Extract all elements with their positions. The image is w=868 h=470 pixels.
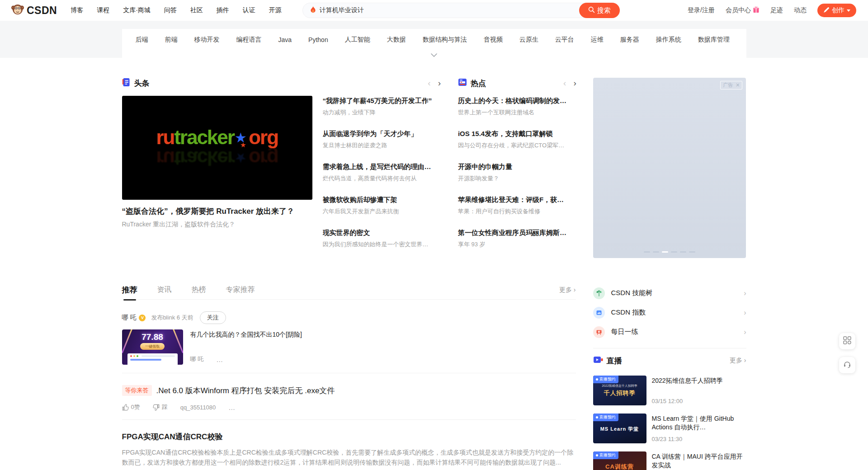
feature-story[interactable]: rutracker★★org rutracker★org “盗版合法化”，俄罗斯… xyxy=(122,96,312,262)
carousel-dot[interactable] xyxy=(644,251,650,253)
carousel-dot[interactable] xyxy=(671,251,677,253)
feature-title[interactable]: “盗版合法化”，俄罗斯要把 RuTracker 放出来了？ xyxy=(122,206,312,216)
cat-database[interactable]: 数据库管理 xyxy=(698,36,730,44)
cat-cloudplatform[interactable]: 云平台 xyxy=(555,36,574,44)
cat-devops[interactable]: 运维 xyxy=(591,36,604,44)
post-promo-image[interactable]: 77.88 一键领取 xyxy=(122,329,183,365)
carousel-dot[interactable] xyxy=(689,251,695,253)
category-expand-toggle[interactable] xyxy=(122,51,746,58)
follow-button[interactable]: 关注 xyxy=(200,311,226,324)
hotspot-item[interactable]: 第一位女性商业程序员玛丽库姆斯… 享年 93 岁 xyxy=(458,229,576,249)
ad-close-icon[interactable]: ✕ xyxy=(736,82,740,88)
cat-os[interactable]: 操作系统 xyxy=(656,36,681,44)
search-button[interactable]: 搜索 xyxy=(579,3,620,18)
customer-service-button[interactable] xyxy=(839,357,855,373)
nav-blog[interactable]: 博客 xyxy=(71,6,83,14)
feed-post-question[interactable]: 等你来答 .Net 6.0 版本Winform 程序打包 安装完后无 .exe文… xyxy=(122,373,576,420)
post-author[interactable]: 哪 吒 xyxy=(122,314,137,322)
search-current-query[interactable]: 计算机毕业设计 xyxy=(310,6,364,15)
sidebar-item-skill-tree[interactable]: CSDN 技能树 › xyxy=(593,283,746,303)
vip-center-link[interactable]: 会员中心 xyxy=(726,6,760,14)
dislike-button[interactable]: 踩 xyxy=(153,403,168,411)
nav-qa[interactable]: 问答 xyxy=(164,6,177,14)
login-register-link[interactable]: 登录/注册 xyxy=(688,6,715,14)
carousel-dot[interactable] xyxy=(680,251,686,253)
question-title[interactable]: .Net 6.0 版本Winform 程序打包 安装完后无 .exe文件 xyxy=(156,385,335,396)
search-bar[interactable]: 计算机毕业设计 搜索 xyxy=(302,3,620,18)
nav-courses[interactable]: 课程 xyxy=(97,6,109,14)
cat-ai[interactable]: 人工智能 xyxy=(345,36,370,44)
live-item[interactable]: 直播预约 CA训练营 CA 训练营｜MAUI 跨平台应用开发实战 xyxy=(593,451,746,470)
moments-link[interactable]: 动态 xyxy=(794,6,807,14)
cat-audiovideo[interactable]: 音视频 xyxy=(484,36,503,44)
headline-item[interactable]: 被微软收购后却惨遭下架 六年后我又开发新产品来抗衡 xyxy=(323,196,441,216)
question-author[interactable]: qq_35511080 xyxy=(180,404,216,411)
mini-app-button[interactable] xyxy=(839,333,855,349)
headline-item[interactable]: 需求着急上线，是写烂代码的理由… 烂代码当道，高质量代码将何去何从 xyxy=(323,163,441,183)
hotspot-item[interactable]: 历史上的今天：格状编码调制的发… 世界上第一个互联网注册域名 xyxy=(458,97,576,117)
live-item-title[interactable]: MS Learn 学堂｜使用 GitHub Actions 自动执行… xyxy=(652,414,746,432)
hotspot-item-title[interactable]: 第一位女性商业程序员玛丽库姆斯… xyxy=(458,229,576,237)
hotspot-item[interactable]: iOS 15.4发布，支持戴口罩解锁 因与公司存在分歧，寒武纪原CTO梁军… xyxy=(458,130,576,150)
live-item[interactable]: 直播预约 MS Learn 学堂 MS Learn 学堂｜使用 GitHub A… xyxy=(593,414,746,443)
carousel-dot-active[interactable] xyxy=(662,251,668,253)
ad-banner[interactable]: 广告 ✕ xyxy=(593,78,746,258)
cat-mobile[interactable]: 移动开发 xyxy=(194,36,220,44)
headline-item[interactable]: 从面临退学到华为「天才少年」 复旦博士林田的逆袭之路 xyxy=(323,130,441,150)
tab-experts[interactable]: 专家推荐 xyxy=(226,285,255,295)
article-title[interactable]: FPGA实现CAN通信CRC校验 xyxy=(122,432,223,441)
cat-bigdata[interactable]: 大数据 xyxy=(387,36,406,44)
feed-post-user[interactable]: 哪 吒 V 发布blink 6 天前 关注 77.88 一键领取 xyxy=(122,300,576,373)
more-options-icon[interactable]: … xyxy=(228,404,236,411)
hotspot-item-title[interactable]: 苹果维修堪比登天难：评级F，获… xyxy=(458,196,576,204)
hotspot-item[interactable]: 苹果维修堪比登天难：评级F，获… 苹果：用户可自行购买设备维修 xyxy=(458,196,576,216)
nav-library-mall[interactable]: 文库·商城 xyxy=(123,6,151,14)
headline-item[interactable]: “我辞掉了年薪45万美元的开发工作” 动力减弱，业绩下降 xyxy=(323,97,441,117)
nav-plugins[interactable]: 插件 xyxy=(217,6,229,14)
hotspot-item[interactable]: 开源中的巾帼力量 开源影响发量？ xyxy=(458,163,576,183)
sidebar-item-index[interactable]: CSDN 指数 › xyxy=(593,303,746,322)
hotspot-item-title[interactable]: iOS 15.4发布，支持戴口罩解锁 xyxy=(458,130,576,138)
nav-opensource[interactable]: 开源 xyxy=(269,6,282,14)
live-more-link[interactable]: 更多 › xyxy=(730,357,746,365)
post-text[interactable]: 有几个比我高的？全国找不出10个[阴险] xyxy=(190,331,302,339)
tab-recommended[interactable]: 推荐 xyxy=(122,285,137,295)
live-thumbnail[interactable]: 直播预约 MS Learn 学堂 xyxy=(593,414,646,443)
post-footer-author[interactable]: 哪 吒 xyxy=(190,355,204,363)
carousel-dot[interactable] xyxy=(653,251,659,253)
headlines-next-button[interactable]: › xyxy=(438,78,441,89)
cat-datastructures[interactable]: 数据结构与算法 xyxy=(423,36,467,44)
headlines-prev-button[interactable]: ‹ xyxy=(428,78,430,89)
like-button[interactable]: 0赞 xyxy=(122,403,140,411)
cat-frontend[interactable]: 前端 xyxy=(165,36,178,44)
feature-image[interactable]: rutracker★★org rutracker★org xyxy=(122,96,312,200)
headline-item[interactable]: 现实世界的密文 因为我们所感知的始终是一个密文世界… xyxy=(323,229,441,249)
tab-news[interactable]: 资讯 xyxy=(157,285,172,295)
nav-certification[interactable]: 认证 xyxy=(243,6,255,14)
live-thumbnail[interactable]: 直播预约 CA训练营 xyxy=(593,451,646,470)
headline-item-title[interactable]: 从面临退学到华为「天才少年」 xyxy=(323,130,441,138)
sidebar-item-daily-practice[interactable]: 每日一练 › xyxy=(593,322,746,342)
hotspots-prev-button[interactable]: ‹ xyxy=(563,78,566,89)
headline-item-title[interactable]: 被微软收购后却惨遭下架 xyxy=(323,196,441,204)
more-options-icon[interactable]: … xyxy=(216,356,224,363)
cat-java[interactable]: Java xyxy=(278,36,292,43)
create-button[interactable]: 创作 xyxy=(817,4,856,17)
cat-cloudnative[interactable]: 云原生 xyxy=(519,36,538,44)
hotspots-next-button[interactable]: › xyxy=(573,78,576,89)
feed-more-link[interactable]: 更多 › xyxy=(559,286,576,294)
cat-server[interactable]: 服务器 xyxy=(620,36,639,44)
headline-item-title[interactable]: “我辞掉了年薪45万美元的开发工作” xyxy=(323,97,441,105)
csdn-logo[interactable]: CSDN xyxy=(11,3,57,18)
nav-community[interactable]: 社区 xyxy=(190,6,203,14)
cat-python[interactable]: Python xyxy=(308,36,328,43)
feed-post-article[interactable]: FPGA实现CAN通信CRC校验 FPGA实现CAN通信CRC校验检验本质上是C… xyxy=(122,420,576,470)
live-item-title[interactable]: CA 训练营｜MAUI 跨平台应用开发实战 xyxy=(652,452,746,470)
live-item[interactable]: 直播预约 2022拓维信息千人招聘季 千人招聘季 2022拓维信息千人招聘季 0… xyxy=(593,376,746,405)
headline-item-title[interactable]: 现实世界的密文 xyxy=(323,229,441,237)
headline-item-title[interactable]: 需求着急上线，是写烂代码的理由… xyxy=(323,163,441,171)
cat-backend[interactable]: 后端 xyxy=(136,36,148,44)
live-item-title[interactable]: 2022拓维信息千人招聘季 xyxy=(652,376,723,385)
hotspot-item-title[interactable]: 开源中的巾帼力量 xyxy=(458,163,576,171)
hotspot-item-title[interactable]: 历史上的今天：格状编码调制的发… xyxy=(458,97,576,105)
